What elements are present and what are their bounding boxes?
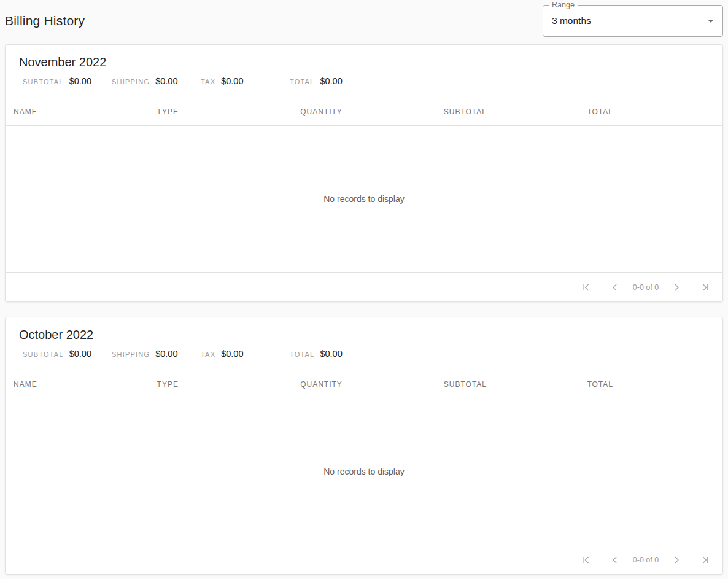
range-select-label: Range: [549, 0, 578, 10]
chevron-left-icon: [609, 554, 621, 566]
stat-tax: TAX $0.00: [201, 76, 290, 87]
stat-value: $0.00: [320, 348, 342, 359]
stats-row: SUBTOTAL $0.00 SHIPPING $0.00 TAX $0.00 …: [19, 76, 709, 87]
next-page-button[interactable]: [664, 275, 689, 300]
stat-total: TOTAL $0.00: [290, 76, 379, 87]
column-header-type[interactable]: TYPE: [149, 107, 293, 116]
table-body: No records to display: [6, 126, 722, 272]
empty-state-text: No records to display: [323, 467, 405, 476]
first-page-button[interactable]: [575, 275, 599, 300]
last-page-button[interactable]: [692, 275, 717, 300]
range-select-value: 3 months: [552, 15, 591, 26]
stat-shipping: SHIPPING $0.00: [112, 76, 201, 87]
column-header-total[interactable]: TOTAL: [579, 380, 722, 389]
stat-label: SHIPPING: [112, 76, 150, 87]
column-header-subtotal[interactable]: SUBTOTAL: [436, 380, 579, 389]
pagination-bar: 0-0 of 0: [6, 545, 722, 574]
stat-label: SHIPPING: [112, 349, 150, 360]
stat-subtotal: SUBTOTAL $0.00: [23, 348, 112, 360]
arrow-drop-down-icon: [703, 14, 718, 28]
stat-subtotal: SUBTOTAL $0.00: [23, 76, 112, 87]
last-page-icon: [699, 554, 711, 566]
column-header-name[interactable]: NAME: [6, 107, 149, 116]
pagination-status: 0-0 of 0: [632, 283, 660, 292]
stat-value: $0.00: [221, 76, 243, 87]
stat-total: TOTAL $0.00: [290, 348, 379, 360]
column-header-name[interactable]: NAME: [6, 380, 149, 389]
card-title: November 2022: [19, 53, 709, 71]
column-header-subtotal[interactable]: SUBTOTAL: [436, 107, 579, 116]
previous-page-button[interactable]: [603, 548, 627, 572]
last-page-icon: [699, 281, 711, 293]
stat-label: TOTAL: [290, 349, 314, 360]
first-page-icon: [581, 554, 593, 566]
empty-state-text: No records to display: [323, 194, 405, 204]
card-title: October 2022: [19, 326, 709, 343]
card-header: November 2022 SUBTOTAL $0.00 SHIPPING $0…: [6, 45, 722, 87]
column-header-total[interactable]: TOTAL: [579, 107, 722, 116]
pagination-bar: 0-0 of 0: [6, 272, 722, 301]
stats-row: SUBTOTAL $0.00 SHIPPING $0.00 TAX $0.00 …: [19, 348, 709, 360]
stat-tax: TAX $0.00: [201, 348, 290, 360]
pagination-status: 0-0 of 0: [632, 556, 660, 564]
stat-shipping: SHIPPING $0.00: [112, 348, 201, 360]
chevron-right-icon: [670, 554, 683, 566]
stat-value: $0.00: [69, 348, 91, 359]
stat-value: $0.00: [221, 348, 243, 359]
top-bar: Billing History Range 3 months: [5, 5, 723, 39]
stat-value: $0.00: [155, 348, 177, 359]
stat-label: SUBTOTAL: [23, 349, 64, 360]
chevron-right-icon: [670, 281, 683, 293]
last-page-button[interactable]: [692, 548, 717, 572]
column-header-quantity[interactable]: QUANTITY: [292, 380, 436, 389]
billing-month-card-october: October 2022 SUBTOTAL $0.00 SHIPPING $0.…: [5, 317, 723, 575]
range-select[interactable]: Range 3 months: [543, 5, 723, 37]
stat-label: SUBTOTAL: [23, 76, 64, 87]
table-body: No records to display: [6, 398, 722, 545]
first-page-icon: [581, 281, 593, 293]
stat-label: TAX: [201, 349, 215, 360]
first-page-button[interactable]: [575, 548, 599, 572]
previous-page-button[interactable]: [603, 275, 627, 300]
stat-value: $0.00: [69, 76, 91, 87]
stat-label: TAX: [201, 76, 215, 87]
stat-value: $0.00: [155, 76, 177, 87]
card-header: October 2022 SUBTOTAL $0.00 SHIPPING $0.…: [6, 317, 722, 360]
table-header-row: NAME TYPE QUANTITY SUBTOTAL TOTAL: [6, 371, 722, 398]
table-header-row: NAME TYPE QUANTITY SUBTOTAL TOTAL: [6, 98, 722, 126]
next-page-button[interactable]: [664, 548, 689, 572]
chevron-left-icon: [609, 281, 621, 293]
column-header-quantity[interactable]: QUANTITY: [292, 107, 436, 116]
column-header-type[interactable]: TYPE: [149, 380, 293, 389]
stat-value: $0.00: [320, 76, 342, 87]
stat-label: TOTAL: [290, 76, 314, 87]
billing-month-card-november: November 2022 SUBTOTAL $0.00 SHIPPING $0…: [5, 44, 723, 302]
